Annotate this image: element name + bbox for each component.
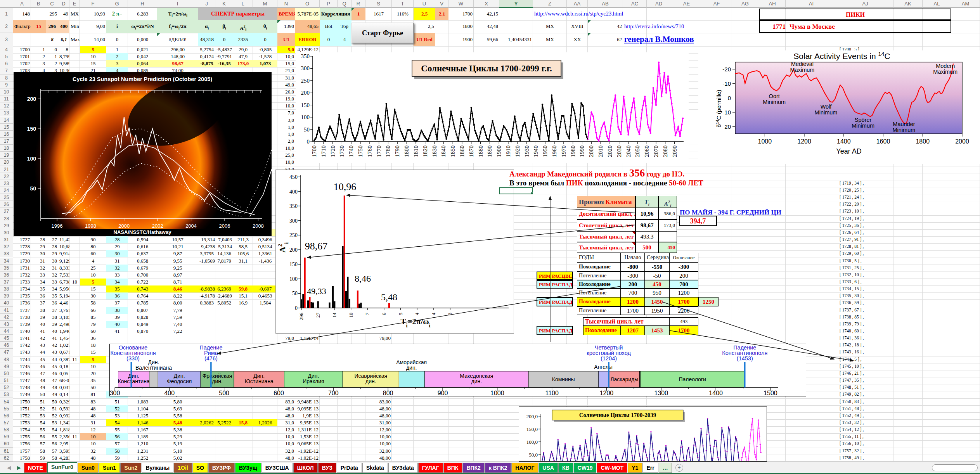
row-header-55[interactable]: 55	[0, 405, 13, 412]
cell-H38[interactable]: 0,743	[128, 285, 157, 292]
cell-AJ39[interactable]: [ 1735 , 30 ] ,	[837, 292, 893, 299]
c14-solar-activity-chart[interactable]: Solar Activity Events in 14C-20-1001020δ…	[698, 50, 980, 164]
cell-G56[interactable]: 53	[106, 412, 128, 419]
solar-cycles-chart[interactable]: 0501001502002503003501700171017201730174…	[296, 52, 689, 163]
cell-A56[interactable]: 1752	[13, 412, 31, 419]
row-header-53[interactable]: 53	[0, 391, 13, 398]
sheet-tab-SunFur0[interactable]: SunFur0	[47, 462, 77, 473]
cell-J6[interactable]: -8,875	[198, 60, 215, 67]
cell-AJ45[interactable]: [ 1741 , 36 ] ,	[837, 335, 893, 342]
cell-N59[interactable]: 10,0	[277, 433, 295, 440]
sheet-tab-ВУЗРФ[interactable]: ВУЗРФ	[208, 463, 235, 473]
cell-D59[interactable]: 2,356	[58, 433, 69, 440]
cell-K3[interactable]: 0	[215, 33, 233, 46]
cell-I31[interactable]: 10,57	[157, 236, 198, 243]
cell-H44[interactable]: 0,870	[128, 328, 157, 335]
cell-S55[interactable]: 48,00	[365, 405, 392, 412]
cell-AJ38[interactable]: [ 1734 , 15 ] ,	[837, 285, 893, 292]
cell-D51[interactable]: 6E-04	[58, 377, 69, 384]
cell-J40[interactable]: 0,3883	[198, 299, 215, 306]
cell-I42[interactable]: 7,59	[157, 314, 198, 321]
cell-M34[interactable]: -1,436	[253, 258, 277, 265]
cell-B6[interactable]: 3	[31, 60, 46, 67]
cell-H59[interactable]: 1,189	[128, 433, 157, 440]
col-header-AE[interactable]: AE	[671, 0, 702, 8]
cell-P3[interactable]: 0	[320, 33, 338, 46]
row-header-32[interactable]: 32	[0, 243, 13, 250]
cell-I54[interactable]: 5,80	[157, 398, 198, 405]
cell-I43[interactable]: 7,40	[157, 321, 198, 328]
cell-J3[interactable]: 48,318	[198, 33, 215, 46]
cell-D55[interactable]: 0,593	[58, 405, 69, 412]
row-header-18[interactable]: 18	[0, 145, 13, 152]
row-header-57[interactable]: 57	[0, 419, 13, 426]
sheet-tab-CW19[interactable]: CW19	[574, 463, 597, 473]
cell-B56[interactable]: 53	[31, 412, 46, 419]
col-header-N[interactable]: N	[277, 0, 295, 8]
cell-S61[interactable]: 32,00	[365, 448, 392, 455]
cell-G62[interactable]: 59	[106, 455, 128, 462]
cell-H54[interactable]: 1,083	[128, 398, 157, 405]
cell-F39[interactable]: 30	[80, 292, 106, 299]
cell-W3[interactable]: 1900	[448, 33, 474, 46]
cell-I40[interactable]: 8,00	[157, 299, 198, 306]
cell-N12[interactable]: 10,0	[277, 102, 295, 109]
cell-J4[interactable]: 5,2754	[198, 46, 215, 53]
cell-G34[interactable]: 31	[106, 258, 128, 265]
cell-J5[interactable]: 0,4174	[198, 53, 215, 60]
cell-D56[interactable]: 0,932	[58, 412, 69, 419]
cell-D50[interactable]: 0,05	[58, 370, 69, 377]
row-header-26[interactable]: 26	[0, 201, 13, 208]
cell-M5[interactable]: -1,528	[253, 53, 277, 60]
sheet-tab-КВ[interactable]: КВ	[558, 463, 573, 473]
row-header-21[interactable]: 21	[0, 166, 13, 173]
cell-B51[interactable]: 48	[31, 377, 46, 384]
cell-D48[interactable]: 0,387	[58, 356, 69, 363]
cell-M3[interactable]: 0	[253, 33, 277, 46]
cell-O54[interactable]: 9,948E-13	[295, 398, 320, 405]
cell-AJ42[interactable]: [ 1738 , 85 ] ,	[837, 314, 893, 321]
cell-H3[interactable]: 0,000	[128, 33, 157, 46]
sheet-tab-ВПК[interactable]: ВПК	[443, 463, 462, 473]
cell-B42[interactable]: 39	[31, 314, 46, 321]
cell-F46[interactable]: 18	[80, 342, 106, 349]
row-header-29[interactable]: 29	[0, 222, 13, 229]
col-header-L[interactable]: L	[233, 0, 253, 8]
cell-AJ59[interactable]: [ 1755 , 11 ] ,	[837, 433, 893, 440]
sheet-tab-…[interactable]: …	[659, 463, 672, 473]
cell-S62[interactable]: 48,00	[365, 455, 392, 462]
cell-C55[interactable]: 51	[46, 405, 58, 412]
cell-A59[interactable]: 1755	[13, 433, 31, 440]
cell-B49[interactable]: 46	[31, 363, 46, 370]
cell-F48[interactable]: 5	[80, 356, 106, 363]
cell-F40[interactable]: 58	[80, 299, 106, 306]
sheet-tab-НАЛОГ[interactable]: НАЛОГ	[511, 463, 538, 473]
cell-S56[interactable]: 48,00	[365, 412, 392, 419]
sheet-tab-ВУЗdata[interactable]: ВУЗdata	[388, 463, 418, 473]
cell-H57[interactable]: 1,146	[128, 419, 157, 426]
cell-J57[interactable]: 2,0262	[198, 419, 215, 426]
cell-I34[interactable]: 9,55	[157, 258, 198, 265]
cell-I4[interactable]: 296,00	[157, 46, 198, 53]
cell-N10[interactable]: 26,0	[277, 88, 295, 95]
cell-D3[interactable]: 0,1	[58, 33, 69, 46]
cell-F50[interactable]: 20	[80, 370, 106, 377]
cell-K38[interactable]: 6,2369	[215, 285, 233, 292]
add-sheet-button[interactable]: +	[675, 464, 683, 472]
row-header-24[interactable]: 24	[0, 187, 13, 194]
cell-C37[interactable]: 33	[46, 279, 58, 285]
cell-C41[interactable]: 37	[46, 307, 58, 314]
cell-M2[interactable]: θi	[253, 20, 277, 33]
col-header-P[interactable]: P	[320, 0, 338, 8]
col-header-E[interactable]: E	[69, 0, 80, 8]
cell-A52[interactable]: 1748	[13, 384, 31, 391]
col-header-AA[interactable]: AA	[567, 0, 588, 8]
cell-J38[interactable]: -8,9838	[198, 285, 215, 292]
cell-AJ32[interactable]: [ 1728 , 81 ] ,	[837, 243, 893, 250]
cell-AJ35[interactable]: [ 1731 , 25 ] ,	[837, 265, 893, 272]
cell-O58[interactable]: 1,311E-12	[295, 426, 320, 433]
cell-C33[interactable]: 29	[46, 250, 58, 257]
cell-N16[interactable]: 1,0	[277, 131, 295, 138]
cell-AJ36[interactable]: [ 1732 , 10 ] ,	[837, 272, 893, 279]
cell-A33[interactable]: 1729	[13, 250, 31, 257]
